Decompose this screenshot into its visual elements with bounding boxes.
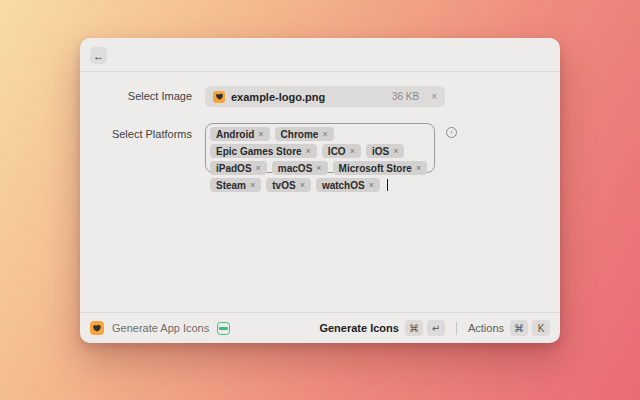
key-chip: ↵ (427, 320, 445, 336)
footer-bar: Generate App Icons Generate Icons ⌘↵ Act… (80, 312, 560, 343)
platform-tag[interactable]: tvOS× (266, 178, 311, 192)
platform-tag[interactable]: Microsoft Store× (333, 161, 428, 175)
platform-tag-label: macOS (278, 163, 312, 174)
remove-file-icon[interactable]: × (431, 91, 437, 102)
actions-button[interactable]: Actions (468, 322, 504, 334)
primary-keys: ⌘↵ (405, 320, 445, 336)
platform-tag-label: iPadOS (216, 163, 252, 174)
file-size-badge: 36 KB (392, 91, 419, 102)
platform-tag[interactable]: Epic Games Store× (210, 144, 317, 158)
remove-tag-icon[interactable]: × (350, 146, 355, 156)
generate-icons-button[interactable]: Generate Icons (319, 322, 398, 334)
storage-status-icon (217, 322, 230, 335)
platform-tag-label: tvOS (272, 180, 295, 191)
info-icon[interactable]: i (446, 127, 457, 138)
platform-tag[interactable]: watchOS× (316, 178, 380, 192)
remove-tag-icon[interactable]: × (316, 163, 321, 173)
key-chip: ⌘ (510, 320, 528, 336)
remove-tag-icon[interactable]: × (306, 146, 311, 156)
platform-tag[interactable]: macOS× (272, 161, 328, 175)
platform-tag[interactable]: iPadOS× (210, 161, 267, 175)
key-chip: ⌘ (405, 320, 423, 336)
remove-tag-icon[interactable]: × (258, 129, 263, 139)
remove-tag-icon[interactable]: × (416, 163, 421, 173)
platform-tag[interactable]: ICO× (322, 144, 361, 158)
platform-tag-label: Microsoft Store (339, 163, 412, 174)
platform-tag-label: Epic Games Store (216, 146, 302, 157)
platform-tag[interactable]: Steam× (210, 178, 261, 192)
text-caret (387, 179, 388, 191)
platform-tag[interactable]: iOS× (366, 144, 405, 158)
select-image-label: Select Image (80, 90, 192, 102)
platform-tag-label: ICO (328, 146, 346, 157)
remove-tag-icon[interactable]: × (250, 180, 255, 190)
platform-tag-label: watchOS (322, 180, 365, 191)
platform-tag-label: Android (216, 129, 254, 140)
app-window: ← Select Image example-logo.png 36 KB × … (80, 38, 560, 343)
remove-tag-icon[interactable]: × (300, 180, 305, 190)
platform-tag-label: Chrome (281, 129, 319, 140)
platform-tag-label: iOS (372, 146, 389, 157)
platform-tag[interactable]: Android× (210, 127, 270, 141)
remove-tag-icon[interactable]: × (256, 163, 261, 173)
command-title: Generate App Icons (112, 322, 209, 334)
remove-tag-icon[interactable]: × (322, 129, 327, 139)
footer-actions: Generate Icons ⌘↵ Actions ⌘K (319, 320, 550, 336)
app-logo-icon (90, 321, 104, 335)
key-chip: K (532, 320, 550, 336)
file-name: example-logo.png (231, 91, 325, 103)
remove-tag-icon[interactable]: × (393, 146, 398, 156)
secondary-keys: ⌘K (510, 320, 550, 336)
file-logo-icon (213, 91, 225, 103)
platform-tag-label: Steam (216, 180, 246, 191)
platforms-tag-input[interactable]: Android×Chrome×Epic Games Store×ICO×iOS×… (205, 123, 435, 173)
platform-tag[interactable]: Chrome× (275, 127, 334, 141)
footer-divider (456, 322, 457, 335)
back-button[interactable]: ← (90, 47, 107, 64)
selected-file-chip[interactable]: example-logo.png 36 KB × (205, 86, 445, 107)
remove-tag-icon[interactable]: × (369, 180, 374, 190)
select-platforms-label: Select Platforms (80, 128, 192, 140)
window-header: ← (80, 38, 560, 72)
